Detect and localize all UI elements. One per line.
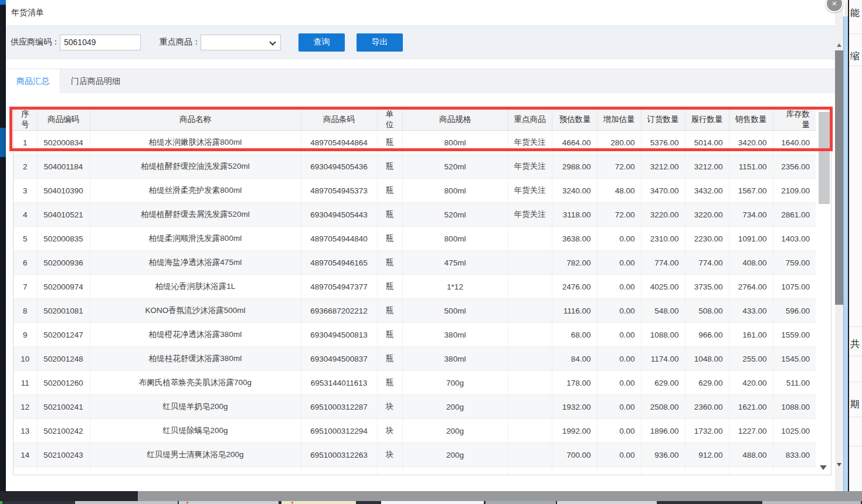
table-cell: 2230.00 xyxy=(685,227,729,251)
table-row[interactable]: 14502100243红贝缇男士清爽沐浴皂200g6951000312263块2… xyxy=(13,443,816,467)
table-cell: 2109.00 xyxy=(773,179,816,203)
table-row[interactable]: 9502001247柏缇橙花净透沐浴露380ml6930494500813瓶38… xyxy=(13,323,816,347)
new-year-goods-modal: 年货清单 供应商编码： 重点商品： 查询 导出 商品汇总 门店商品明细 序号商 xyxy=(6,0,845,491)
table-scroll-down-icon[interactable] xyxy=(820,465,827,470)
table-row[interactable]: 11502001260布阑氏植萃焕亮美肌沐浴露700g6953144011613… xyxy=(13,371,816,395)
column-header[interactable]: 库存数量 xyxy=(773,109,816,131)
taskbar-window-segment[interactable] xyxy=(557,501,657,504)
table-cell: 7 xyxy=(13,275,37,299)
table-cell: 520ml xyxy=(402,203,508,227)
table-row[interactable]: 3504010390柏缇丝滑柔亮护发素800ml4897054945373瓶80… xyxy=(13,179,816,203)
tab-store-product-detail[interactable]: 门店商品明细 xyxy=(60,69,131,93)
table-cell: 12 xyxy=(13,395,37,419)
table-row[interactable]: 15502100263红贝缇氨基酸硫磺皂200g6951000312325个20… xyxy=(13,467,816,476)
table-row[interactable]: 8502001081KONO香氛流沙沐浴露500ml6936687202212瓶… xyxy=(13,299,816,323)
column-header[interactable]: 序号 xyxy=(13,109,37,131)
taskbar-window-segment[interactable] xyxy=(179,501,279,504)
background-line xyxy=(849,33,862,34)
table-cell: 200g xyxy=(402,467,508,476)
table-cell xyxy=(508,467,552,476)
table-cell: 504010521 xyxy=(37,203,90,227)
export-button[interactable]: 导出 xyxy=(357,33,403,52)
table-row[interactable]: 6502000936柏缇海盐净透沐浴露475ml4897054946165瓶47… xyxy=(13,251,816,275)
scroll-down-icon[interactable] xyxy=(837,463,841,466)
taskbar-window-segment[interactable] xyxy=(75,501,178,504)
tab-bar: 商品汇总 门店商品明细 xyxy=(6,69,845,93)
table-row[interactable]: 13502100242红贝缇除螨皂200g6951000312294块200g1… xyxy=(13,419,816,443)
taskbar-window-segment[interactable] xyxy=(762,501,861,504)
table-cell: 3118.00 xyxy=(552,203,597,227)
background-line xyxy=(849,356,862,356)
table-cell: 6951000312325 xyxy=(301,467,377,476)
table-cell: 年货关注 xyxy=(508,203,552,227)
background-line xyxy=(849,66,862,66)
page-scrollbar[interactable] xyxy=(835,0,843,491)
column-header[interactable]: 商品规格 xyxy=(402,109,508,131)
table-row[interactable]: 7502000974柏缇沁香润肤沐浴露1L4897054947377瓶1*122… xyxy=(13,275,816,299)
supplier-code-input[interactable] xyxy=(60,35,141,50)
taskbar xyxy=(0,501,862,504)
table-cell: 1732.00 xyxy=(685,419,729,443)
table-row[interactable]: 4504010521柏缇植酵舒缓去屑洗发露520ml6930494505443瓶… xyxy=(13,203,816,227)
table-cell: 2476.00 xyxy=(552,275,597,299)
table-cell: 瓶 xyxy=(377,275,402,299)
column-header[interactable]: 履行数量 xyxy=(685,109,729,131)
taskbar-window-segment[interactable] xyxy=(486,501,556,504)
page-scrollbar-thumb[interactable] xyxy=(835,50,843,305)
column-header[interactable]: 销售数量 xyxy=(729,109,773,131)
table-cell: 红贝缇氨基酸硫磺皂200g xyxy=(90,467,301,476)
table-cell: 块 xyxy=(377,395,402,419)
table-row[interactable]: 5502000835柏缇柔润顺滑洗发露800ml4897054944840瓶80… xyxy=(13,227,816,251)
column-header[interactable]: 商品编码 xyxy=(37,109,90,131)
table-cell: 511.00 xyxy=(773,371,816,395)
column-header[interactable]: 商品条码 xyxy=(301,109,377,131)
column-header[interactable]: 重点商品 xyxy=(508,109,552,131)
table-row[interactable]: 1502000834柏缇水润嫩肤沐浴露800ml4897054944864瓶80… xyxy=(13,131,816,155)
table-scrollbar-thumb[interactable] xyxy=(819,112,830,204)
table-cell: 72.00 xyxy=(597,155,641,179)
table-cell: 200g xyxy=(402,395,508,419)
table-cell: 504010390 xyxy=(37,179,90,203)
column-header[interactable]: 订货数量 xyxy=(641,109,685,131)
table-cell: 4897054945373 xyxy=(301,179,377,203)
table-cell: 200g xyxy=(402,419,508,443)
table-row[interactable]: 12502100241红贝缇羊奶皂200g6951000312287块200g1… xyxy=(13,395,816,419)
table-cell: 3735.00 xyxy=(685,275,729,299)
taskbar-window-segment[interactable] xyxy=(0,501,2,504)
table-cell: 433.00 xyxy=(729,299,773,323)
table-row[interactable]: 2504001184柏缇植酵舒缓控油洗发露520ml6930494505436瓶… xyxy=(13,155,816,179)
column-header[interactable]: 增加估量 xyxy=(597,109,641,131)
key-product-select[interactable] xyxy=(201,35,281,50)
table-cell: 500ml xyxy=(402,299,508,323)
column-header[interactable]: 单位 xyxy=(377,109,402,131)
table-cell: 2360.00 xyxy=(685,395,729,419)
table-cell: 1 xyxy=(13,131,37,155)
column-header[interactable]: 商品名称 xyxy=(90,109,301,131)
table-cell: 瓶 xyxy=(377,155,402,179)
table-cell: 1992.00 xyxy=(552,419,597,443)
query-button[interactable]: 查询 xyxy=(298,33,345,52)
tab-product-summary[interactable]: 商品汇总 xyxy=(6,69,60,93)
key-product-label: 重点商品： xyxy=(159,37,201,47)
table-cell xyxy=(508,251,552,275)
taskbar-window-segment[interactable] xyxy=(381,501,484,504)
table-cell: 833.00 xyxy=(773,443,816,467)
background-text-fragment: 缩 xyxy=(850,50,860,63)
table-cell: 1559.00 xyxy=(773,323,816,347)
scroll-up-icon[interactable] xyxy=(837,43,841,47)
table-cell: 502000835 xyxy=(37,227,90,251)
table-cell: 1174.00 xyxy=(641,347,685,371)
taskbar-dot xyxy=(291,502,293,503)
column-header[interactable]: 预估数量 xyxy=(552,109,597,131)
table-cell: 68.00 xyxy=(552,323,597,347)
table-cell: 72.00 xyxy=(597,203,641,227)
table-cell: 1048.00 xyxy=(685,347,729,371)
table-cell: 700g xyxy=(402,371,508,395)
tab-label: 商品汇总 xyxy=(16,76,49,87)
table-cell xyxy=(508,227,552,251)
table-cell: 瓶 xyxy=(377,131,402,155)
table-cell: 10 xyxy=(13,347,37,371)
background-page-fragment: 能缩共 1期 xyxy=(848,0,862,491)
table-row[interactable]: 10502001248柏缇桂花舒缓沐浴露380ml6930494500837瓶3… xyxy=(13,347,816,371)
table-cell: 6951000312294 xyxy=(301,419,377,443)
